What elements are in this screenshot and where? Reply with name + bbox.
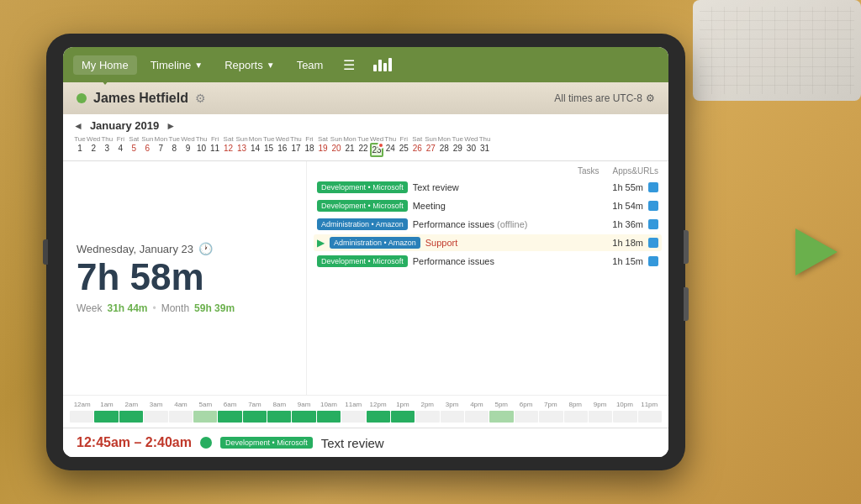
cal-day-18[interactable]: Fri 18 (303, 135, 316, 157)
cal-day-11[interactable]: Fri 11 (209, 135, 222, 157)
block-6am[interactable] (218, 411, 241, 423)
cal-day-10[interactable]: Thu 10 (195, 135, 209, 157)
task-row-4[interactable]: ▶ Administration • Amazon Support 1h 18m (314, 234, 662, 251)
cal-day-15[interactable]: Tue 15 (262, 135, 276, 157)
user-header: James Hetfield ⚙ All times are UTC-8 ⚙ (63, 82, 668, 114)
block-4am[interactable] (169, 411, 193, 423)
task-name-1: Text review (413, 182, 608, 192)
task-row-1[interactable]: Development • Microsoft Text review 1h 5… (314, 179, 662, 196)
tablet-screen: My Home Timeline ▼ Reports ▼ Team ☰ (63, 47, 668, 457)
time-3am: 3am (144, 401, 168, 408)
cal-day-7[interactable]: Mon 7 (154, 135, 167, 157)
block-1pm[interactable] (391, 411, 415, 423)
cal-day-2[interactable]: Wed 2 (87, 135, 100, 157)
block-8am[interactable] (267, 411, 291, 423)
task-time-5: 1h 15m (612, 256, 643, 266)
main-data-row: Wednesday, January 23 🕐 7h 58m Week 31h … (63, 161, 668, 395)
time-4pm: 4pm (464, 401, 489, 408)
apps-col-label: Apps&URLs (613, 166, 658, 176)
block-5pm[interactable] (489, 411, 513, 423)
block-12pm[interactable] (367, 411, 390, 423)
cal-day-27[interactable]: Sun 27 (424, 135, 437, 157)
time-activity-blocks[interactable] (70, 411, 662, 423)
activity-bar: 12:45am – 2:40am Development • Microsoft… (63, 428, 668, 457)
cal-day-1[interactable]: Tue 1 (73, 135, 87, 157)
next-month-button[interactable]: ► (166, 120, 176, 132)
cal-day-28[interactable]: Mon 28 (437, 135, 451, 157)
cal-day-29[interactable]: Tue 29 (451, 135, 464, 157)
block-3am[interactable] (144, 411, 167, 423)
tasks-col-label: Tasks (578, 166, 600, 176)
cal-day-25[interactable]: Fri 25 (397, 135, 410, 157)
block-9pm[interactable] (589, 411, 612, 423)
block-10pm[interactable] (613, 411, 637, 423)
time-8am: 8am (267, 401, 292, 408)
cal-day-30[interactable]: Wed 30 (464, 135, 478, 157)
tablet-frame: My Home Timeline ▼ Reports ▼ Team ☰ (46, 34, 685, 470)
calendar-strip: ◄ January 2019 ► Tue 1 Wed 2 Thu (63, 114, 668, 161)
main-content: James Hetfield ⚙ All times are UTC-8 ⚙ ◄… (63, 82, 668, 457)
tablet-right-button-2[interactable] (684, 287, 689, 321)
cal-day-12[interactable]: Sat 12 (222, 135, 235, 157)
user-settings-icon[interactable]: ⚙ (195, 92, 206, 105)
cal-day-4[interactable]: Fri 4 (114, 135, 127, 157)
block-10am[interactable] (317, 411, 341, 423)
cal-day-22[interactable]: Tue 22 (357, 135, 370, 157)
cal-day-3[interactable]: Thu 3 (100, 135, 114, 157)
block-8pm[interactable] (564, 411, 588, 423)
cal-day-21[interactable]: Mon 21 (343, 135, 357, 157)
bar-chart-icon[interactable] (367, 55, 399, 75)
block-2am[interactable] (119, 411, 143, 423)
task-name-5: Performance issues (413, 256, 608, 266)
task-row-3[interactable]: Administration • Amazon Performance issu… (314, 216, 662, 233)
block-11pm[interactable] (638, 411, 662, 423)
block-7pm[interactable] (539, 411, 563, 423)
block-5am[interactable] (193, 411, 217, 423)
cal-day-5[interactable]: Sat 5 (127, 135, 140, 157)
activity-status-dot (200, 437, 212, 449)
cal-day-24[interactable]: Thu 24 (383, 135, 397, 157)
cal-day-26[interactable]: Sat 26 (410, 135, 424, 157)
block-3pm[interactable] (441, 411, 464, 423)
cal-day-17[interactable]: Thu 17 (289, 135, 303, 157)
block-6pm[interactable] (515, 411, 538, 423)
play-triangle-icon (795, 228, 837, 276)
nav-item-reports[interactable]: Reports ▼ (216, 55, 283, 75)
cal-day-14[interactable]: Mon 14 (249, 135, 262, 157)
tablet-right-button-1[interactable] (684, 230, 689, 264)
cal-day-31[interactable]: Thu 31 (478, 135, 492, 157)
hamburger-menu-icon[interactable]: ☰ (336, 54, 362, 76)
reports-dropdown-icon: ▼ (267, 60, 275, 70)
block-12am[interactable] (70, 411, 93, 423)
block-11am[interactable] (341, 411, 365, 423)
time-5am: 5am (193, 401, 218, 408)
block-2pm[interactable] (415, 411, 439, 423)
cal-day-6[interactable]: Sun 6 (140, 135, 154, 157)
block-7am[interactable] (243, 411, 267, 423)
nav-item-team[interactable]: Team (288, 55, 332, 75)
nav-item-my-home[interactable]: My Home (73, 55, 137, 75)
cal-day-20[interactable]: Sun 20 (330, 135, 343, 157)
cal-day-13[interactable]: Sun 13 (235, 135, 249, 157)
time-2am: 2am (119, 401, 144, 408)
cal-day-19[interactable]: Sat 19 (316, 135, 330, 157)
week-label: Week (77, 302, 102, 314)
cal-day-9[interactable]: Wed 9 (181, 135, 194, 157)
time-labels: 12am 1am 2am 3am 4am 5am 6am 7am 8am 9am… (70, 401, 662, 408)
prev-month-button[interactable]: ◄ (73, 120, 83, 132)
time-10pm: 10pm (612, 401, 637, 408)
cal-day-8[interactable]: Tue 8 (167, 135, 181, 157)
task-expand-icon-4[interactable]: ▶ (317, 237, 325, 249)
tablet-side-button[interactable] (43, 239, 48, 265)
task-row-2[interactable]: Development • Microsoft Meeting 1h 54m (314, 197, 662, 214)
block-4pm[interactable] (465, 411, 489, 423)
task-row-5[interactable]: Development • Microsoft Performance issu… (314, 253, 662, 270)
nav-item-timeline[interactable]: Timeline ▼ (142, 55, 212, 75)
timezone-display: All times are UTC-8 ⚙ (554, 92, 655, 104)
time-9am: 9am (292, 401, 316, 408)
block-9am[interactable] (292, 411, 315, 423)
block-1am[interactable] (94, 411, 118, 423)
play-button[interactable] (787, 223, 846, 281)
cal-day-23[interactable]: Wed 23 (370, 135, 383, 157)
cal-day-16[interactable]: Wed 16 (276, 135, 289, 157)
